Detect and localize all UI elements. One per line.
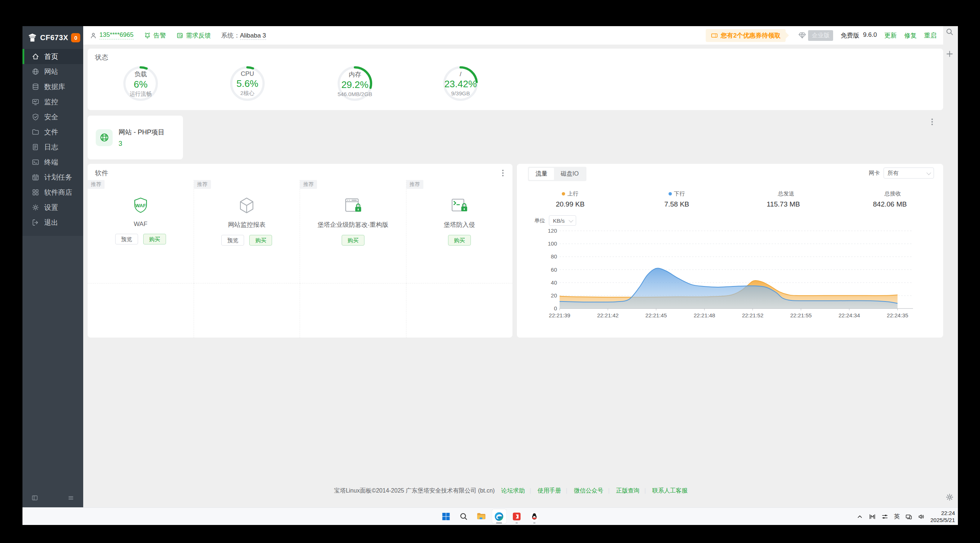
log-file-icon bbox=[32, 143, 40, 151]
enterprise-upgrade[interactable]: 企业版 bbox=[798, 30, 833, 41]
collapse-sidebar-icon[interactable] bbox=[31, 494, 38, 503]
tray-chevron-up-icon[interactable] bbox=[856, 513, 863, 520]
sidebar-item-label: 软件商店 bbox=[44, 188, 72, 197]
gauge-sub: 9/39GB bbox=[451, 90, 470, 96]
gauge-disk[interactable]: /23.42%9/39GB bbox=[443, 66, 478, 101]
coupon-icon bbox=[711, 32, 718, 39]
windows-start-icon[interactable] bbox=[439, 509, 453, 524]
page-search-icon[interactable] bbox=[945, 28, 954, 38]
stat-total-received: 总接收 842.06 MB bbox=[837, 190, 943, 209]
system-name[interactable]: Alibaba 3 bbox=[240, 32, 266, 40]
sidebar-item-appstore[interactable]: 软件商店 bbox=[22, 185, 83, 200]
ime-indicator[interactable]: 英 bbox=[894, 513, 900, 521]
buy-button[interactable]: 购买 bbox=[249, 235, 272, 245]
footer: 宝塔Linux面板©2014-2025 广东堡塔安全技术有限公司 (bt.cn)… bbox=[83, 487, 943, 495]
feedback-link[interactable]: 需求反馈 bbox=[177, 31, 211, 40]
repair-button[interactable]: 修复 bbox=[904, 31, 917, 40]
sidebar-item-terminal[interactable]: 终端 bbox=[22, 154, 83, 170]
office-app-icon[interactable] bbox=[509, 509, 524, 524]
software-item-waf[interactable]: 推荐 WAF WAF 预览 购买 bbox=[88, 180, 194, 283]
taskbar-search-icon[interactable] bbox=[456, 509, 471, 524]
tray-volume-icon[interactable] bbox=[918, 513, 925, 520]
edge-browser-icon[interactable] bbox=[492, 509, 507, 524]
qq-icon[interactable] bbox=[527, 509, 542, 524]
svg-text:22:21:52: 22:21:52 bbox=[742, 312, 763, 318]
logo[interactable]: CF673X 0 bbox=[22, 26, 83, 49]
nic-select[interactable]: 所有 bbox=[883, 167, 934, 178]
chevron-down-icon bbox=[927, 170, 931, 175]
stat-downstream: 下行 7.58 KB bbox=[624, 190, 730, 209]
software-more-icon[interactable] bbox=[501, 168, 505, 178]
svg-text:20: 20 bbox=[551, 292, 557, 299]
sidebar-item-cron[interactable]: 计划任务 bbox=[22, 170, 83, 185]
tray-device-icon[interactable] bbox=[905, 513, 912, 520]
tray-time-text: 22:24 bbox=[930, 510, 955, 517]
sidebar-item-files[interactable]: 文件 bbox=[22, 124, 83, 140]
footer-link-support[interactable]: 联系人工客服 bbox=[652, 487, 688, 494]
gauge-cpu[interactable]: CPU5.6%2核心 bbox=[230, 66, 265, 101]
feedback-form-icon bbox=[177, 32, 183, 39]
alert-link[interactable]: 告警 bbox=[144, 31, 166, 40]
restart-button[interactable]: 重启 bbox=[924, 31, 937, 40]
buy-button[interactable]: 购买 bbox=[342, 235, 364, 245]
preview-button[interactable]: 预览 bbox=[221, 235, 244, 245]
tray-sliders-icon[interactable] bbox=[881, 513, 888, 520]
sidebar-item-website[interactable]: 网站 bbox=[22, 64, 83, 79]
update-button[interactable]: 更新 bbox=[884, 31, 897, 40]
sidebar-item-settings[interactable]: 设置 bbox=[22, 200, 83, 215]
traffic-chart[interactable]: 02040608010012022:21:3922:21:4222:21:452… bbox=[543, 227, 933, 321]
software-name: 堡塔防入侵 bbox=[444, 221, 475, 229]
file-explorer-icon[interactable] bbox=[474, 509, 489, 524]
sidebar-item-home[interactable]: 首页 bbox=[22, 49, 83, 64]
traffic-stats: 上行 20.99 KB 下行 7.58 KB 总发送 115.73 MB 总接收… bbox=[517, 190, 943, 209]
tab-traffic[interactable]: 流量 bbox=[529, 168, 554, 180]
sidebar-item-logs[interactable]: 日志 bbox=[22, 140, 83, 154]
sidebar-item-logout[interactable]: 退出 bbox=[22, 215, 83, 230]
software-item-monitor-report[interactable]: 推荐 网站监控报表 预览 购买 bbox=[194, 180, 301, 283]
recommend-badge: 推荐 bbox=[406, 180, 423, 189]
website-card[interactable]: 网站 - PHP项目 3 bbox=[88, 116, 183, 159]
svg-text:80: 80 bbox=[551, 253, 557, 260]
add-panel-icon[interactable] bbox=[945, 50, 954, 60]
gauge-load[interactable]: 负载6%运行流畅 bbox=[123, 66, 158, 101]
sidebar-item-database[interactable]: 数据库 bbox=[22, 79, 83, 94]
software-item-intrusion[interactable]: 推荐 堡塔防入侵 购买 bbox=[406, 180, 513, 283]
unit-select[interactable]: KB/s bbox=[549, 215, 576, 226]
panel-page: CF673X 0 首页 网站 数据库 bbox=[22, 26, 958, 507]
sidebar-item-monitor[interactable]: 监控 bbox=[22, 94, 83, 109]
software-name: 网站监控报表 bbox=[228, 221, 266, 229]
website-count[interactable]: 3 bbox=[119, 140, 165, 148]
terminal-lock-icon bbox=[449, 194, 470, 217]
waf-shield-icon: WAF bbox=[131, 194, 150, 217]
row-more-icon[interactable] bbox=[930, 117, 934, 127]
svg-text:0: 0 bbox=[554, 305, 557, 311]
coupon-banner[interactable]: 您有2个优惠券待领取 bbox=[706, 29, 786, 42]
gauge-memory[interactable]: 内存29.2%546.0MB/2GB bbox=[337, 66, 372, 101]
gauge-sub: 运行流畅 bbox=[130, 91, 152, 97]
taskbar-apps bbox=[439, 509, 542, 524]
desktop-screen: CF673X 0 首页 网站 数据库 bbox=[22, 26, 958, 525]
version-number: 9.6.0 bbox=[863, 31, 877, 40]
calendar-icon bbox=[32, 174, 40, 181]
tray-date-text: 2025/5/21 bbox=[930, 516, 955, 524]
account-link[interactable]: 135****6965 bbox=[90, 31, 134, 40]
tray-m-app-icon[interactable] bbox=[869, 513, 876, 520]
footer-link-wechat[interactable]: 微信公众号 bbox=[574, 487, 603, 494]
footer-link-manual[interactable]: 使用手册 bbox=[538, 487, 561, 494]
buy-button[interactable]: 购买 bbox=[143, 234, 166, 244]
preview-button[interactable]: 预览 bbox=[115, 234, 138, 244]
svg-text:120: 120 bbox=[548, 228, 557, 234]
buy-button[interactable]: 购买 bbox=[448, 235, 471, 245]
footer-link-genuine[interactable]: 正版查询 bbox=[616, 487, 640, 494]
footer-link-forum[interactable]: 论坛求助 bbox=[501, 487, 525, 494]
home-icon bbox=[32, 53, 40, 61]
account-number[interactable]: 135****6965 bbox=[99, 31, 134, 40]
taskbar-clock[interactable]: 22:24 2025/5/21 bbox=[930, 510, 955, 524]
software-empty-cell bbox=[194, 283, 301, 338]
software-item-tamper-proof[interactable]: 推荐 堡塔企业级防篡改-重构版 购买 bbox=[300, 180, 406, 283]
sidebar-item-security[interactable]: 安全 bbox=[22, 109, 83, 124]
tab-disk-io[interactable]: 磁盘IO bbox=[554, 168, 585, 180]
menu-list-icon[interactable] bbox=[67, 494, 74, 503]
page-settings-gear-icon[interactable] bbox=[945, 493, 954, 503]
message-count-badge[interactable]: 0 bbox=[71, 33, 80, 42]
